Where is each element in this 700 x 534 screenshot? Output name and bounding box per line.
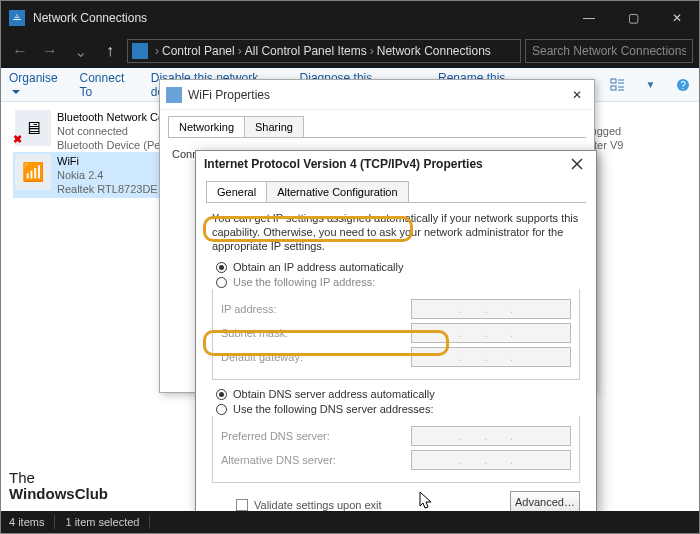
watermark-logo: The WindowsClub xyxy=(9,470,108,502)
radio-icon xyxy=(216,262,227,273)
radio-obtain-ip-auto[interactable]: Obtain an IP address automatically xyxy=(216,261,580,273)
window-titlebar: Network Connections ― ▢ ✕ xyxy=(1,1,699,35)
search-placeholder: Search Network Connections xyxy=(532,44,686,58)
gateway-label: Default gateway: xyxy=(221,351,303,363)
ipv4-properties-dialog: Internet Protocol Version 4 (TCP/IPv4) P… xyxy=(195,150,597,512)
preferred-dns-label: Preferred DNS server: xyxy=(221,430,330,442)
subnet-mask-label: Subnet mask: xyxy=(221,327,288,339)
address-bar: ← → ⌄ ↑ › Control Panel › All Control Pa… xyxy=(1,35,699,67)
view-dropdown-icon[interactable]: ▼ xyxy=(642,76,658,94)
connect-to-button[interactable]: Connect To xyxy=(80,71,135,99)
tab-general[interactable]: General xyxy=(206,181,267,202)
location-icon xyxy=(132,43,148,59)
tab-alternative-config[interactable]: Alternative Configuration xyxy=(266,181,408,202)
gateway-input: . . . xyxy=(411,347,571,367)
crumb-1[interactable]: All Control Panel Items xyxy=(245,44,367,58)
subnet-mask-input: . . . xyxy=(411,323,571,343)
close-button[interactable]: ✕ xyxy=(655,1,699,35)
back-button[interactable]: ← xyxy=(7,38,33,64)
checkbox-icon xyxy=(236,499,248,511)
radio-icon xyxy=(216,389,227,400)
crumb-0[interactable]: Control Panel xyxy=(162,44,235,58)
minimize-button[interactable]: ― xyxy=(567,1,611,35)
radio-icon xyxy=(216,404,227,415)
window-title: Network Connections xyxy=(33,11,147,25)
dialog-title: Internet Protocol Version 4 (TCP/IPv4) P… xyxy=(204,157,483,171)
radio-use-following-ip[interactable]: Use the following IP address: xyxy=(216,276,580,288)
close-icon[interactable] xyxy=(566,153,588,175)
validate-checkbox-row[interactable]: Validate settings upon exit xyxy=(236,499,382,511)
svg-rect-0 xyxy=(11,12,23,24)
recent-dropdown[interactable]: ⌄ xyxy=(67,38,93,64)
radio-icon xyxy=(216,277,227,288)
forward-button[interactable]: → xyxy=(37,38,63,64)
crumb-2[interactable]: Network Connections xyxy=(377,44,491,58)
ip-address-label: IP address: xyxy=(221,303,276,315)
organise-menu[interactable]: Organise xyxy=(9,71,64,99)
tab-networking[interactable]: Networking xyxy=(168,116,245,137)
ip-address-input: . . . xyxy=(411,299,571,319)
alternative-dns-input: . . . xyxy=(411,450,571,470)
svg-rect-2 xyxy=(611,86,616,90)
alternative-dns-label: Alternative DNS server: xyxy=(221,454,336,466)
connection-name: Bluetooth Network Con xyxy=(57,110,170,124)
maximize-button[interactable]: ▢ xyxy=(611,1,655,35)
description-text: You can get IP settings assigned automat… xyxy=(212,211,580,253)
dialog-title: WiFi Properties xyxy=(188,88,270,102)
view-options-icon[interactable] xyxy=(610,76,626,94)
search-input[interactable]: Search Network Connections xyxy=(525,39,693,63)
status-selected-count: 1 item selected xyxy=(65,516,139,528)
status-bar: 4 items 1 item selected xyxy=(1,511,699,533)
breadcrumb[interactable]: › Control Panel › All Control Panel Item… xyxy=(127,39,521,63)
disconnected-icon: ✖ xyxy=(13,132,27,146)
radio-obtain-dns-auto[interactable]: Obtain DNS server address automatically xyxy=(216,388,580,400)
preferred-dns-input: . . . xyxy=(411,426,571,446)
svg-text:?: ? xyxy=(680,80,686,91)
close-icon[interactable]: ✕ xyxy=(566,84,588,106)
status-item-count: 4 items xyxy=(9,516,44,528)
tab-sharing[interactable]: Sharing xyxy=(244,116,304,137)
app-icon xyxy=(9,10,25,26)
wifi-dialog-icon xyxy=(166,87,182,103)
wifi-icon: 📶 xyxy=(15,154,51,190)
svg-rect-1 xyxy=(611,79,616,83)
advanced-button[interactable]: Advanced… xyxy=(510,491,580,513)
ip-fields-group: IP address:. . . Subnet mask:. . . Defau… xyxy=(212,289,580,380)
help-icon[interactable]: ? xyxy=(675,76,691,94)
dns-fields-group: Preferred DNS server:. . . Alternative D… xyxy=(212,416,580,483)
up-button[interactable]: ↑ xyxy=(97,38,123,64)
radio-use-following-dns[interactable]: Use the following DNS server addresses: xyxy=(216,403,580,415)
